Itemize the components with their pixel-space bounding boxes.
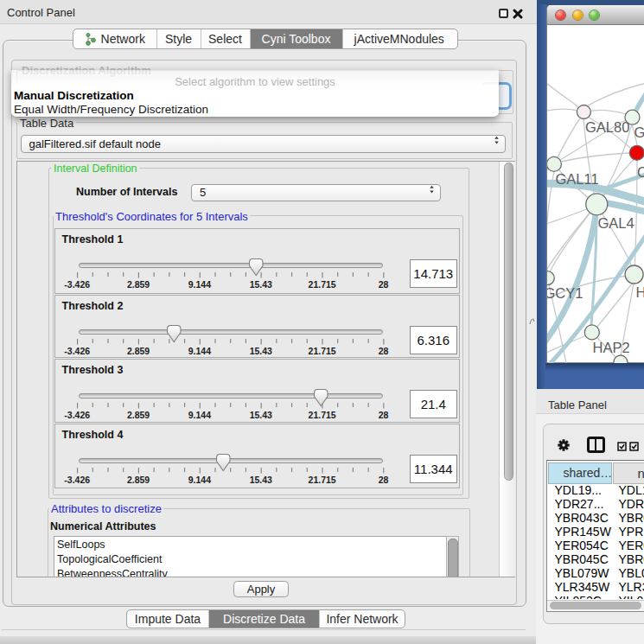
svg-text:GAL80: GAL80 [585,119,629,135]
svg-text:GA: GA [634,124,644,140]
svg-text:HAP2: HAP2 [593,340,630,355]
svg-text:GAL11: GAL11 [556,171,599,187]
svg-text:GAL4: GAL4 [598,215,634,231]
svg-text:H: H [636,284,644,300]
svg-text:C: C [637,164,644,180]
svg-text:GCY1: GCY1 [547,285,583,301]
